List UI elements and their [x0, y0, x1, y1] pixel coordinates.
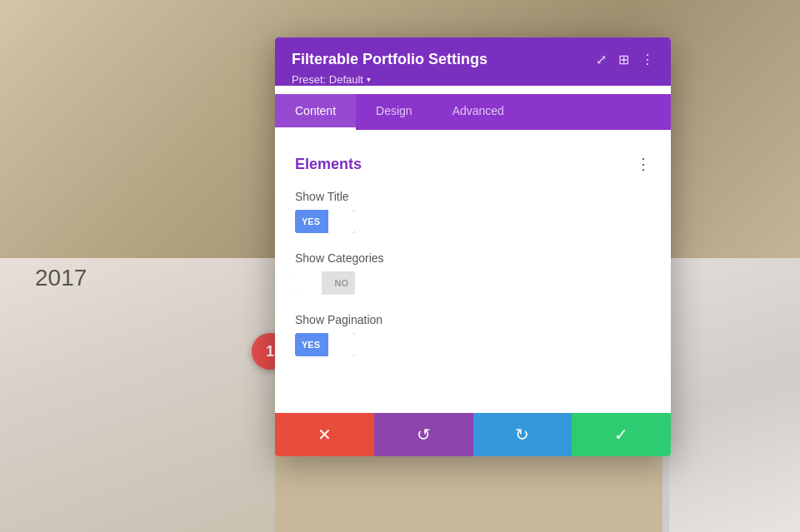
- show-title-toggle-container: YES: [295, 210, 651, 233]
- bg-bottom-right-photo: [667, 258, 800, 532]
- redo-button[interactable]: ↻: [473, 413, 572, 456]
- show-categories-toggle-container: NO: [295, 271, 651, 295]
- bg-bottom-left-photo: [0, 258, 275, 532]
- more-options-icon[interactable]: ⋮: [641, 53, 654, 67]
- tab-design[interactable]: Design: [356, 94, 432, 130]
- modal-header: Filterable Portfolio Settings ⤢ ⊞ ⋮ Pres…: [275, 37, 671, 86]
- show-categories-row: Show Categories NO: [295, 251, 651, 295]
- modal-title: Filterable Portfolio Settings: [292, 51, 488, 68]
- tab-bar: Content Design Advanced: [275, 94, 671, 130]
- show-pagination-toggle[interactable]: YES: [295, 333, 355, 356]
- save-icon: ✓: [614, 425, 628, 445]
- columns-icon[interactable]: ⊞: [618, 53, 629, 67]
- save-button[interactable]: ✓: [572, 413, 671, 456]
- expand-icon[interactable]: ⤢: [596, 53, 607, 67]
- preset-row[interactable]: Preset: Default ▾: [292, 73, 654, 86]
- modal-icon-group: ⤢ ⊞ ⋮: [596, 53, 654, 67]
- modal-body: Elements ⋮ Show Title YES Show Categorie…: [275, 130, 671, 413]
- cancel-icon: ✕: [318, 425, 332, 445]
- show-categories-knob: [295, 271, 322, 295]
- show-pagination-row: Show Pagination YES: [295, 313, 651, 356]
- tab-content[interactable]: Content: [275, 94, 356, 130]
- show-categories-no-text: NO: [322, 271, 355, 295]
- show-title-toggle[interactable]: YES: [295, 210, 355, 233]
- modal-footer: ✕ ↺ ↻ ✓: [275, 413, 671, 456]
- show-title-yes-text: YES: [295, 210, 328, 233]
- elements-section-header: Elements ⋮: [295, 155, 651, 173]
- settings-modal: Filterable Portfolio Settings ⤢ ⊞ ⋮ Pres…: [275, 37, 671, 456]
- show-pagination-yes-text: YES: [295, 333, 328, 356]
- undo-button[interactable]: ↺: [374, 413, 473, 456]
- year-label: 2017: [35, 265, 87, 291]
- preset-dropdown-icon: ▾: [367, 75, 371, 84]
- show-pagination-toggle-container: YES: [295, 333, 651, 356]
- elements-menu-icon[interactable]: ⋮: [636, 155, 651, 173]
- tab-advanced[interactable]: Advanced: [432, 94, 524, 130]
- redo-icon: ↻: [515, 425, 529, 445]
- show-title-row: Show Title YES: [295, 190, 651, 233]
- show-pagination-knob: [328, 333, 355, 356]
- show-title-knob: [328, 210, 355, 233]
- modal-title-row: Filterable Portfolio Settings ⤢ ⊞ ⋮: [292, 51, 654, 68]
- cancel-button[interactable]: ✕: [275, 413, 374, 456]
- show-categories-label: Show Categories: [295, 251, 651, 265]
- elements-title: Elements: [295, 156, 362, 173]
- undo-icon: ↺: [417, 425, 431, 445]
- show-categories-toggle[interactable]: NO: [295, 271, 355, 295]
- show-title-label: Show Title: [295, 190, 651, 203]
- show-pagination-label: Show Pagination: [295, 313, 651, 326]
- preset-label: Preset: Default: [292, 73, 363, 86]
